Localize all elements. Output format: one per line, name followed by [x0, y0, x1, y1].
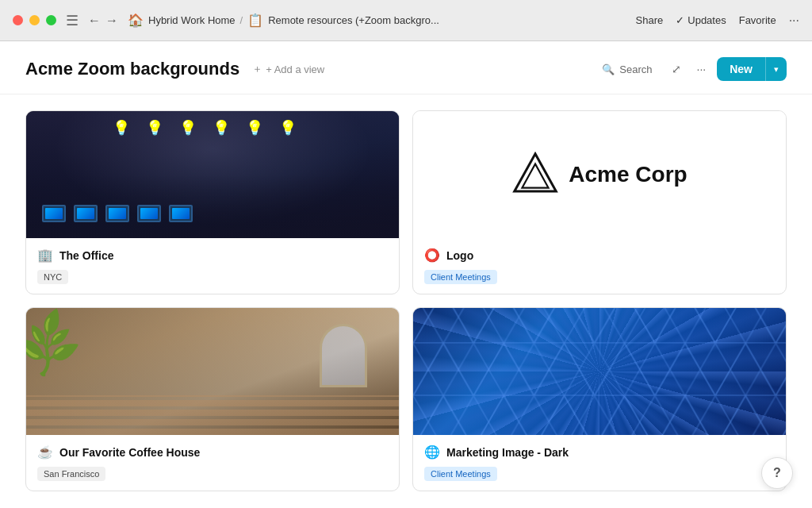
triangle-pattern-svg — [413, 308, 786, 435]
card-image-coffee — [26, 308, 399, 435]
gallery-grid: 🏢 The Office NYC Acme Corp — [0, 94, 812, 507]
svg-rect-5 — [413, 308, 786, 435]
tag-client-meetings-logo[interactable]: Client Meetings — [424, 270, 497, 284]
main-content: Acme Zoom backgrounds ＋ + Add a view 🔍 S… — [0, 41, 812, 508]
help-button[interactable]: ? — [761, 457, 793, 489]
coffee-brick-wall — [26, 395, 399, 435]
card-footer-logo: ⭕ Logo Client Meetings — [413, 238, 786, 294]
back-button[interactable]: ← — [88, 13, 101, 28]
more-options-button[interactable]: ··· — [692, 58, 711, 80]
plus-icon: ＋ — [252, 62, 262, 76]
menu-icon[interactable]: ☰ — [66, 12, 79, 29]
favorite-button[interactable]: Favorite — [739, 14, 776, 26]
tag-nyc[interactable]: NYC — [37, 270, 68, 284]
tag-client-meetings-marketing[interactable]: Client Meetings — [424, 467, 497, 481]
search-icon: 🔍 — [602, 64, 615, 75]
card-coffee[interactable]: ☕ Our Favorite Coffee House San Francisc… — [25, 307, 400, 491]
card-marketing[interactable]: 🌐 Marketing Image - Dark Client Meetings — [412, 307, 787, 491]
search-label: Search — [619, 64, 652, 75]
monitor-4 — [137, 205, 161, 222]
home-icon: 🏠 — [128, 13, 144, 28]
header-actions: 🔍 Search ⤢ ··· New ▾ — [594, 57, 787, 81]
acme-logo: Acme Corp — [511, 151, 687, 198]
card-title-office: The Office — [59, 249, 113, 262]
card-footer-coffee: ☕ Our Favorite Coffee House San Francisc… — [26, 435, 399, 491]
card-footer-office: 🏢 The Office NYC — [26, 238, 399, 294]
titlebar: ☰ ← → 🏠 Hybrid Work Home / 📋 Remote reso… — [0, 0, 812, 41]
office-icon: 🏢 — [37, 248, 53, 263]
coffee-window — [320, 324, 367, 387]
forward-button[interactable]: → — [105, 13, 118, 28]
svg-marker-0 — [515, 154, 557, 191]
card-title-logo: Logo — [446, 249, 473, 262]
breadcrumb-home[interactable]: Hybrid Work Home — [148, 14, 236, 26]
page-icon: 📋 — [247, 13, 263, 28]
monitor-3 — [105, 205, 129, 222]
check-icon: ✓ — [676, 14, 684, 26]
page-header: Acme Zoom backgrounds ＋ + Add a view 🔍 S… — [0, 41, 812, 94]
card-image-marketing — [413, 308, 786, 435]
page-title: Acme Zoom backgrounds — [25, 59, 239, 79]
logo-icon: ⭕ — [424, 248, 440, 263]
search-button[interactable]: 🔍 Search — [594, 59, 660, 80]
card-footer-marketing: 🌐 Marketing Image - Dark Client Meetings — [413, 435, 786, 491]
acme-logo-text: Acme Corp — [569, 162, 687, 187]
marketing-icon: 🌐 — [424, 444, 440, 460]
updates-button[interactable]: Updates — [688, 14, 726, 26]
nav-arrows: ← → — [88, 13, 118, 28]
card-title-row-logo: ⭕ Logo — [424, 248, 775, 263]
maximize-button[interactable] — [46, 15, 56, 25]
monitor-1 — [42, 205, 66, 222]
breadcrumb-separator: / — [240, 14, 243, 26]
coffee-icon: ☕ — [37, 444, 53, 460]
card-image-office — [26, 111, 399, 238]
office-desks — [42, 205, 383, 222]
add-view-label: + Add a view — [266, 64, 324, 75]
more-options-icon[interactable]: ··· — [789, 13, 799, 28]
card-title-row-office: 🏢 The Office — [37, 248, 388, 263]
acme-triangle-icon — [511, 151, 559, 198]
breadcrumb: 🏠 Hybrid Work Home / 📋 Remote resources … — [128, 13, 439, 28]
close-button[interactable] — [13, 15, 23, 25]
card-title-row-marketing: 🌐 Marketing Image - Dark — [424, 444, 775, 460]
monitor-5 — [169, 205, 193, 222]
card-title-row-coffee: ☕ Our Favorite Coffee House — [37, 444, 388, 460]
new-dropdown-button[interactable]: ▾ — [765, 57, 787, 81]
new-button[interactable]: New — [717, 57, 765, 81]
tag-san-francisco[interactable]: San Francisco — [37, 467, 105, 481]
card-title-coffee: Our Favorite Coffee House — [59, 446, 200, 459]
titlebar-actions: Share ✓ Updates Favorite ··· — [636, 13, 799, 28]
svg-marker-1 — [523, 164, 549, 188]
card-image-logo: Acme Corp — [413, 111, 786, 238]
expand-button[interactable]: ⤢ — [667, 58, 686, 80]
updates-section: ✓ Updates — [676, 14, 726, 26]
add-view-button[interactable]: ＋ + Add a view — [252, 62, 324, 76]
card-office[interactable]: 🏢 The Office NYC — [25, 110, 400, 294]
traffic-lights — [13, 15, 56, 25]
monitor-2 — [74, 205, 98, 222]
card-logo[interactable]: Acme Corp ⭕ Logo Client Meetings — [412, 110, 787, 294]
minimize-button[interactable] — [29, 15, 40, 25]
card-title-marketing: Marketing Image - Dark — [446, 446, 569, 459]
new-button-group: New ▾ — [717, 57, 787, 81]
breadcrumb-page[interactable]: Remote resources (+Zoom backgro... — [268, 14, 439, 26]
share-button[interactable]: Share — [636, 14, 664, 26]
